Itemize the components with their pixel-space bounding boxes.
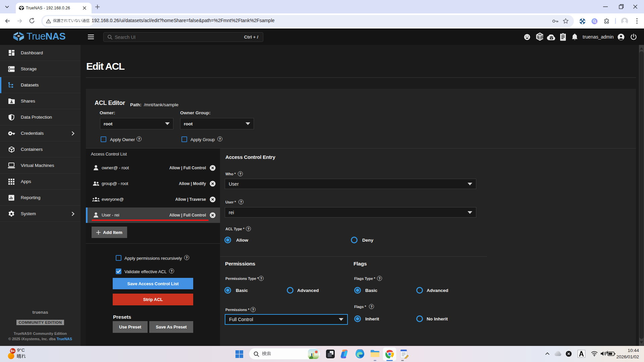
svg-text:9+: 9+ (11, 349, 15, 353)
